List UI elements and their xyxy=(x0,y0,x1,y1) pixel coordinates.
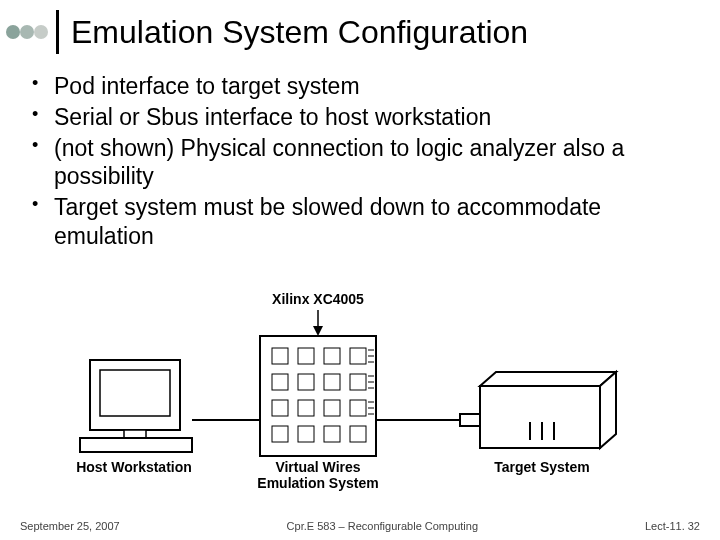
svg-rect-12 xyxy=(298,374,314,390)
footer-course: Cpr.E 583 – Reconfigurable Computing xyxy=(287,520,478,532)
emulator-label-2: Emulation System xyxy=(257,475,378,491)
target-label: Target System xyxy=(494,459,589,475)
svg-rect-18 xyxy=(350,400,366,416)
bullet-item: Pod interface to target system xyxy=(32,72,690,101)
svg-rect-7 xyxy=(272,348,288,364)
fpga-label: Xilinx XC4005 xyxy=(272,291,364,307)
svg-rect-10 xyxy=(350,348,366,364)
slide-footer: September 25, 2007 Cpr.E 583 – Reconfigu… xyxy=(0,520,720,532)
svg-rect-9 xyxy=(324,348,340,364)
arrow-down-icon xyxy=(313,326,323,336)
svg-rect-14 xyxy=(350,374,366,390)
title-divider xyxy=(56,10,59,54)
dot-icon xyxy=(6,25,20,39)
footer-page: Lect-11. 32 xyxy=(645,520,700,532)
svg-rect-21 xyxy=(324,426,340,442)
bullet-list: Pod interface to target system Serial or… xyxy=(0,68,720,251)
svg-rect-20 xyxy=(298,426,314,442)
svg-rect-17 xyxy=(324,400,340,416)
svg-marker-36 xyxy=(600,372,616,448)
host-label: Host Workstation xyxy=(76,459,192,475)
bullet-item: (not shown) Physical connection to logic… xyxy=(32,134,690,192)
target-system-icon xyxy=(480,372,616,448)
svg-marker-35 xyxy=(480,372,616,386)
host-workstation-icon xyxy=(80,360,192,452)
system-diagram: Xilinx XC4005 Host Workstation Virtual W… xyxy=(60,290,660,500)
svg-rect-15 xyxy=(272,400,288,416)
svg-rect-2 xyxy=(100,370,170,416)
svg-rect-4 xyxy=(80,438,192,452)
svg-rect-11 xyxy=(272,374,288,390)
svg-rect-19 xyxy=(272,426,288,442)
svg-rect-13 xyxy=(324,374,340,390)
bullet-item: Serial or Sbus interface to host worksta… xyxy=(32,103,690,132)
slide-header: Emulation System Configuration xyxy=(0,0,720,68)
svg-rect-16 xyxy=(298,400,314,416)
footer-date: September 25, 2007 xyxy=(20,520,120,532)
emulator-label-1: Virtual Wires xyxy=(275,459,360,475)
svg-rect-3 xyxy=(124,430,146,438)
dot-icon xyxy=(20,25,34,39)
svg-rect-33 xyxy=(460,414,480,426)
decorative-dots xyxy=(6,25,48,39)
svg-rect-8 xyxy=(298,348,314,364)
emulation-system-icon xyxy=(260,336,376,456)
slide-title: Emulation System Configuration xyxy=(71,14,528,51)
bullet-item: Target system must be slowed down to acc… xyxy=(32,193,690,251)
svg-rect-22 xyxy=(350,426,366,442)
svg-rect-34 xyxy=(480,386,600,448)
dot-icon xyxy=(34,25,48,39)
